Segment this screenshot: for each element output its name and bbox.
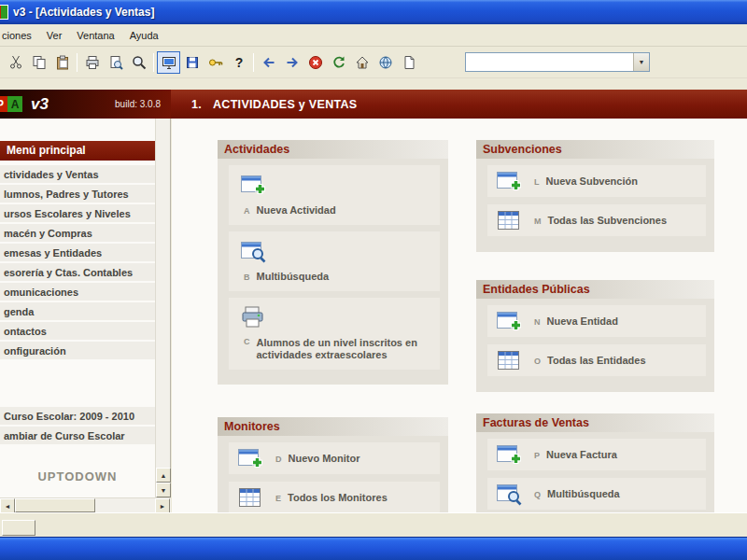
section-header: Facturas de Ventas: [476, 413, 714, 432]
shortcut-key: O: [534, 357, 541, 366]
shortcut-key: M: [534, 217, 542, 226]
copy-icon: [32, 55, 47, 70]
item-label: Nuevo Monitor: [289, 453, 360, 464]
help-button[interactable]: [227, 51, 250, 74]
item-nueva-actividad[interactable]: ANueva Actividad: [229, 165, 440, 225]
sidebar-item-actividades-y-ventas[interactable]: ctividades y Ventas: [0, 165, 155, 185]
window-plus-icon: [495, 169, 523, 193]
search-icon: [132, 55, 147, 70]
window-search-icon: [239, 239, 267, 263]
sidebar-vertical-scrollbar[interactable]: ▲ ▼: [155, 119, 170, 497]
sidebar-item-configuracion[interactable]: onfiguración: [0, 342, 155, 361]
shortcut-key: C: [244, 337, 250, 361]
item-nueva-entidad[interactable]: NNueva Entidad: [487, 305, 706, 337]
stop-icon: [308, 55, 323, 70]
sidebar-item-remesas-entidades[interactable]: emesas y Entidades: [0, 244, 155, 263]
item-alumnos-nivel-extraescolares[interactable]: CAlumnos de un nivel inscritos en activi…: [229, 298, 440, 370]
item-label: Multibúsqueda: [547, 488, 620, 499]
forward-button[interactable]: [280, 51, 303, 74]
shortcut-key: L: [534, 177, 540, 187]
sidebar-item-almacen-compras[interactable]: macén y Compras: [0, 224, 155, 244]
course-label: Curso Escolar: 2009 - 2010: [0, 407, 155, 427]
back-button[interactable]: [257, 51, 280, 74]
section-entidades-publicas: Entidades Públicas NNueva Entidad OTodas…: [476, 280, 714, 392]
stop-button[interactable]: [303, 51, 327, 74]
table-icon: [495, 208, 523, 232]
section-subvenciones: Subvenciones LNueva Subvención MTodas la…: [476, 140, 714, 252]
brand-version: v3: [31, 95, 49, 114]
copy-button[interactable]: [27, 51, 50, 74]
home-button[interactable]: [350, 51, 374, 74]
scroll-left-icon[interactable]: ◄: [0, 498, 15, 513]
toolbar-combobox[interactable]: ▼: [465, 52, 650, 72]
item-multibusqueda-facturas[interactable]: QMultibúsqueda: [487, 478, 706, 510]
item-nueva-subvencion[interactable]: LNueva Subvención: [487, 165, 706, 197]
scroll-up-icon[interactable]: ▲: [156, 468, 171, 483]
item-nuevo-monitor[interactable]: DNuevo Monitor: [229, 442, 440, 474]
document-icon: [402, 55, 416, 70]
toolbar-separator: [77, 53, 78, 72]
item-todas-las-subvenciones[interactable]: MTodas las Subvenciones: [487, 204, 706, 236]
paste-button[interactable]: [50, 51, 74, 74]
app-header: P A v3 build: 3.0.8 1. ACTIVIDADES y VEN…: [0, 90, 747, 119]
print-button[interactable]: [80, 51, 104, 74]
section-header: Subvenciones: [476, 140, 714, 159]
combobox-input[interactable]: [466, 53, 633, 71]
monitor-view-button[interactable]: [157, 51, 180, 74]
uptodown-watermark: UPTODOWN: [0, 469, 155, 483]
item-label: Nueva Subvención: [546, 175, 638, 187]
menu-ayuda[interactable]: Ayuda: [122, 26, 166, 45]
item-todas-las-entidades[interactable]: OTodas las Entidades: [487, 344, 706, 376]
print-preview-button[interactable]: [104, 51, 127, 74]
document-button[interactable]: [397, 51, 420, 74]
table-icon: [236, 485, 264, 510]
logo-area: P A v3 build: 3.0.8: [0, 90, 171, 119]
menu-opciones[interactable]: ciones: [0, 26, 39, 45]
chevron-down-icon[interactable]: ▼: [633, 53, 649, 71]
item-label: Alumnos de un nivel inscritos en activid…: [257, 337, 433, 361]
print-preview-icon: [108, 55, 123, 70]
scrollbar-thumb[interactable]: [15, 498, 95, 512]
item-label: Nueva Actividad: [257, 204, 336, 216]
home-icon: [355, 55, 370, 70]
sidebar-item-tesoreria[interactable]: esorería y Ctas. Contables: [0, 263, 155, 283]
scroll-down-icon[interactable]: ▼: [156, 483, 171, 497]
arrow-right-icon: [285, 55, 300, 70]
toolbar-separator: [253, 53, 254, 72]
web-button[interactable]: [374, 51, 397, 74]
sidebar-item-comunicaciones[interactable]: omunicaciones: [0, 283, 155, 302]
key-button[interactable]: [204, 51, 227, 74]
sidebar-horizontal-scrollbar[interactable]: ◄ ►: [0, 497, 171, 512]
menu-bar: ciones Ver Ventana Ayuda: [0, 24, 747, 47]
save-button[interactable]: [180, 51, 204, 74]
logo-letter-p: P: [0, 96, 7, 112]
menu-ventana[interactable]: Ventana: [69, 26, 121, 45]
item-nueva-factura[interactable]: PNueva Factura: [487, 439, 706, 470]
menu-ver[interactable]: Ver: [39, 26, 70, 45]
search-button[interactable]: [127, 51, 150, 74]
item-todos-los-monitores[interactable]: ETodos los Monitores: [229, 482, 440, 512]
item-label: Todas las Entidades: [547, 355, 646, 366]
toolbar-separator: [153, 53, 154, 72]
item-multibusqueda-actividades[interactable]: BMultibúsqueda: [229, 231, 440, 291]
windows-taskbar[interactable]: [0, 537, 747, 560]
status-tab[interactable]: [2, 520, 35, 536]
arrow-left-icon: [261, 55, 276, 70]
printer-icon: [85, 55, 100, 70]
item-label: Nueva Factura: [546, 449, 617, 460]
sidebar-title: Menú principal: [0, 141, 155, 161]
shortcut-key: E: [275, 494, 281, 503]
scroll-right-icon[interactable]: ►: [155, 498, 170, 513]
change-course-button[interactable]: ambiar de Curso Escolar: [0, 427, 155, 446]
cut-button[interactable]: [4, 51, 27, 74]
sidebar-item-agenda[interactable]: genda: [0, 302, 155, 322]
sidebar-item-contactos[interactable]: ontactos: [0, 322, 155, 342]
key-icon: [208, 55, 223, 70]
sidebar-item-cursos-escolares[interactable]: ursos Escolares y Niveles: [0, 204, 155, 224]
item-label: Todos los Monitores: [288, 492, 388, 503]
section-facturas-de-ventas: Facturas de Ventas PNueva Factura QMulti…: [476, 413, 714, 512]
sidebar-item-alumnos-padres-tutores[interactable]: lumnos, Padres y Tutores: [0, 185, 155, 204]
title-bar[interactable]: v3 - [Actividades y Ventas]: [0, 0, 747, 24]
item-label: Multibúsqueda: [257, 271, 330, 282]
refresh-button[interactable]: [327, 51, 350, 74]
